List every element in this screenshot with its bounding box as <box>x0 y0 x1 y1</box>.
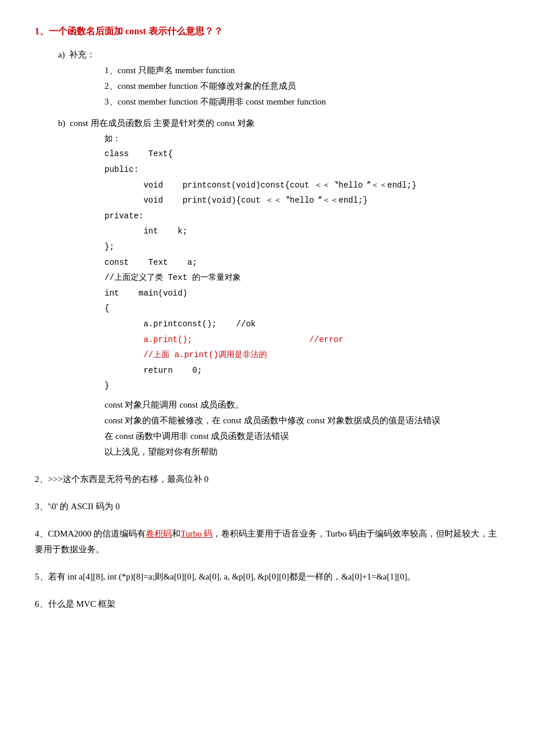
q1-sub-b: b) const 用在成员函数后 主要是针对类的 const 对象 如： cla… <box>58 116 499 460</box>
q1-summary: const 对象只能调用 const 成员函数。 const 对象的值不能被修改… <box>104 397 499 460</box>
q2-number: 2、 <box>35 474 48 484</box>
code-line-14: //上面 a.print()调用是非法的 <box>104 347 499 363</box>
q1-sub-a-intro: 补充： <box>69 50 95 59</box>
q1-sub-a-item-3-text: 3、const member function 不能调用非 const memb… <box>104 97 326 106</box>
code-line-11: { <box>104 301 499 316</box>
q1-summary-4: 以上浅见，望能对你有所帮助 <box>104 444 499 460</box>
code-line-12: a.printconst(); //ok <box>104 316 499 332</box>
q1-sub-a-item-3: 3、const member function 不能调用非 const memb… <box>104 94 499 110</box>
q1-sub-a-label: a) <box>58 47 65 63</box>
q6-number: 6、 <box>35 599 48 609</box>
q1-sub-b-intro: const 用在成员函数后 主要是针对类的 const 对象 <box>70 118 254 128</box>
q1-sub-a-item-2: 2、const member function 不能修改对象的任意成员 <box>104 78 499 94</box>
q5-number: 5、 <box>35 572 48 581</box>
q1-sub-a-items: 1、const 只能声名 member function 2、const mem… <box>104 63 499 110</box>
code-line-4: void print(void){cout ＜＜〝hello〞＜＜endl;} <box>104 193 499 208</box>
q4-number: 4、 <box>35 529 48 538</box>
q1-sub-a-item-2-text: 2、const member function 不能修改对象的任意成员 <box>104 81 296 91</box>
q4-underline2: Turbo 码 <box>181 529 212 538</box>
q6-title: 什么是 MVC 框架 <box>48 599 116 609</box>
q4-title-part2: 和 <box>172 529 181 538</box>
q2-title: >>>这个东西是无符号的右移，最高位补 0 <box>48 474 209 484</box>
q1-summary-1: const 对象只能调用 const 成员函数。 <box>104 397 499 413</box>
q3-title: '\0' 的 ASCII 码为 0 <box>48 502 120 511</box>
q1-sub-b-label: b) <box>58 116 66 131</box>
q1-title: 一个函数名后面加 const 表示什么意思？？ <box>49 26 223 36</box>
q1-sub-a-item-1: 1、const 只能声名 member function <box>104 63 499 78</box>
question-2: 2、>>>这个东西是无符号的右移，最高位补 0 <box>35 471 499 487</box>
code-line-6: int k; <box>104 224 499 239</box>
code-line-10: int main(void) <box>104 286 499 301</box>
code-line-2: public: <box>104 162 499 178</box>
question-5: 5、若有 int a[4][8], int (*p)[8]=a;则&a[0][0… <box>35 569 499 585</box>
q5-title: 若有 int a[4][8], int (*p)[8]=a;则&a[0][0],… <box>48 572 416 581</box>
code-line-8: const Text a; <box>104 255 499 271</box>
code-line-16: } <box>104 378 499 394</box>
q4-title-part1: CDMA2000 的信道编码有 <box>48 529 146 538</box>
code-line-9: //上面定义了类 Text 的一常量对象 <box>104 270 499 286</box>
code-line-13: a.print(); //error <box>104 332 499 348</box>
question-3: 3、'\0' 的 ASCII 码为 0 <box>35 499 499 514</box>
question-1: 1、一个函数名后面加 const 表示什么意思？？ a) 补充： 1、const… <box>35 23 499 460</box>
q1-summary-3: 在 const 函数中调用非 const 成员函数是语法错误 <box>104 429 499 444</box>
code-line-7: }; <box>104 239 499 255</box>
q1-sub-a: a) 补充： 1、const 只能声名 member function 2、co… <box>58 47 499 110</box>
code-line-3: void printconst(void)const{cout ＜＜〝hello… <box>104 178 499 193</box>
question-6: 6、什么是 MVC 框架 <box>35 596 499 612</box>
question-4: 4、CDMA2000 的信道编码有卷积码和Turbo 码，卷积码主要用于语音业务… <box>35 526 499 557</box>
question-1-title: 1、一个函数名后面加 const 表示什么意思？？ <box>35 23 499 40</box>
code-line-1: class Text{ <box>104 146 499 162</box>
page-container: 1、一个函数名后面加 const 表示什么意思？？ a) 补充： 1、const… <box>35 23 499 612</box>
code-line-15: return 0; <box>104 363 499 379</box>
q3-number: 3、 <box>35 502 48 511</box>
code-line-0: 如： <box>104 131 499 147</box>
q1-code-block: 如： class Text{ public: void printconst(v… <box>104 131 499 394</box>
code-line-5: private: <box>104 208 499 224</box>
q1-sub-a-item-1-text: 1、const 只能声名 member function <box>104 66 235 75</box>
q1-summary-2: const 对象的值不能被修改，在 const 成员函数中修改 const 对象… <box>104 413 499 429</box>
q4-underline1: 卷积码 <box>146 529 172 538</box>
q1-number: 1、 <box>35 26 49 36</box>
